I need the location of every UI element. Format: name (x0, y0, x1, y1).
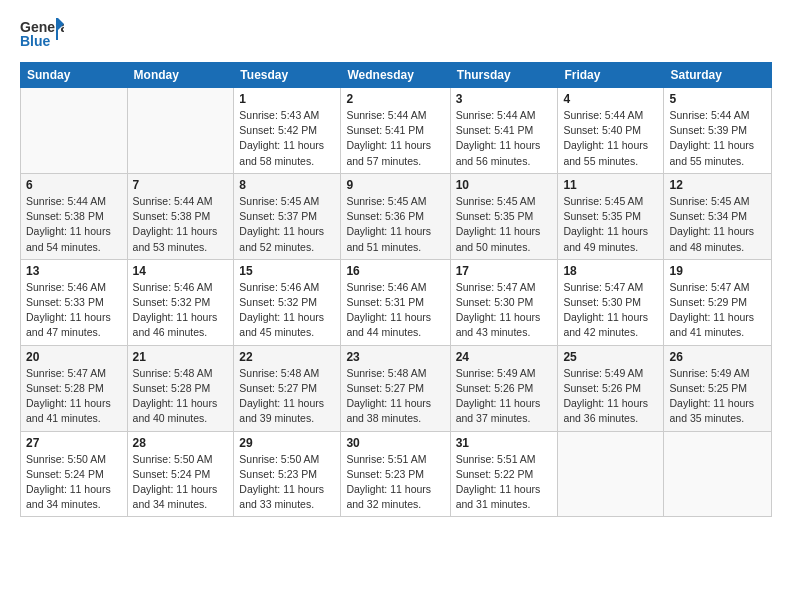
logo-icon: General Blue (20, 16, 64, 52)
svg-rect-3 (56, 18, 58, 40)
day-detail: Sunrise: 5:45 AM Sunset: 5:35 PM Dayligh… (563, 194, 658, 255)
day-detail: Sunrise: 5:44 AM Sunset: 5:38 PM Dayligh… (26, 194, 122, 255)
calendar-cell: 21Sunrise: 5:48 AM Sunset: 5:28 PM Dayli… (127, 345, 234, 431)
day-detail: Sunrise: 5:46 AM Sunset: 5:32 PM Dayligh… (239, 280, 335, 341)
calendar-cell: 6Sunrise: 5:44 AM Sunset: 5:38 PM Daylig… (21, 173, 128, 259)
day-number: 27 (26, 436, 122, 450)
calendar-cell: 22Sunrise: 5:48 AM Sunset: 5:27 PM Dayli… (234, 345, 341, 431)
day-detail: Sunrise: 5:47 AM Sunset: 5:28 PM Dayligh… (26, 366, 122, 427)
calendar-cell: 15Sunrise: 5:46 AM Sunset: 5:32 PM Dayli… (234, 259, 341, 345)
day-detail: Sunrise: 5:50 AM Sunset: 5:24 PM Dayligh… (26, 452, 122, 513)
day-number: 1 (239, 92, 335, 106)
calendar-cell: 14Sunrise: 5:46 AM Sunset: 5:32 PM Dayli… (127, 259, 234, 345)
day-number: 14 (133, 264, 229, 278)
calendar-cell: 26Sunrise: 5:49 AM Sunset: 5:25 PM Dayli… (664, 345, 772, 431)
calendar-body: 1Sunrise: 5:43 AM Sunset: 5:42 PM Daylig… (21, 88, 772, 517)
weekday-header-sunday: Sunday (21, 63, 128, 88)
calendar-cell: 23Sunrise: 5:48 AM Sunset: 5:27 PM Dayli… (341, 345, 450, 431)
day-detail: Sunrise: 5:44 AM Sunset: 5:41 PM Dayligh… (346, 108, 444, 169)
day-number: 3 (456, 92, 553, 106)
day-number: 29 (239, 436, 335, 450)
day-number: 18 (563, 264, 658, 278)
day-detail: Sunrise: 5:46 AM Sunset: 5:32 PM Dayligh… (133, 280, 229, 341)
calendar-cell: 11Sunrise: 5:45 AM Sunset: 5:35 PM Dayli… (558, 173, 664, 259)
logo: General Blue (20, 16, 64, 52)
day-detail: Sunrise: 5:51 AM Sunset: 5:23 PM Dayligh… (346, 452, 444, 513)
calendar-cell: 28Sunrise: 5:50 AM Sunset: 5:24 PM Dayli… (127, 431, 234, 517)
weekday-header-wednesday: Wednesday (341, 63, 450, 88)
day-number: 23 (346, 350, 444, 364)
day-number: 26 (669, 350, 766, 364)
week-row-3: 13Sunrise: 5:46 AM Sunset: 5:33 PM Dayli… (21, 259, 772, 345)
page: General Blue SundayMondayTuesdayWednesda… (0, 0, 792, 612)
day-number: 6 (26, 178, 122, 192)
week-row-1: 1Sunrise: 5:43 AM Sunset: 5:42 PM Daylig… (21, 88, 772, 174)
day-detail: Sunrise: 5:45 AM Sunset: 5:34 PM Dayligh… (669, 194, 766, 255)
calendar-cell (127, 88, 234, 174)
calendar-cell: 17Sunrise: 5:47 AM Sunset: 5:30 PM Dayli… (450, 259, 558, 345)
day-detail: Sunrise: 5:49 AM Sunset: 5:26 PM Dayligh… (563, 366, 658, 427)
calendar-cell: 10Sunrise: 5:45 AM Sunset: 5:35 PM Dayli… (450, 173, 558, 259)
day-number: 5 (669, 92, 766, 106)
day-number: 11 (563, 178, 658, 192)
day-number: 24 (456, 350, 553, 364)
day-detail: Sunrise: 5:44 AM Sunset: 5:40 PM Dayligh… (563, 108, 658, 169)
day-detail: Sunrise: 5:45 AM Sunset: 5:37 PM Dayligh… (239, 194, 335, 255)
day-number: 4 (563, 92, 658, 106)
day-detail: Sunrise: 5:49 AM Sunset: 5:25 PM Dayligh… (669, 366, 766, 427)
day-number: 22 (239, 350, 335, 364)
header: General Blue (20, 16, 772, 52)
day-number: 13 (26, 264, 122, 278)
calendar-cell: 27Sunrise: 5:50 AM Sunset: 5:24 PM Dayli… (21, 431, 128, 517)
day-number: 17 (456, 264, 553, 278)
day-detail: Sunrise: 5:47 AM Sunset: 5:30 PM Dayligh… (456, 280, 553, 341)
day-detail: Sunrise: 5:45 AM Sunset: 5:35 PM Dayligh… (456, 194, 553, 255)
day-detail: Sunrise: 5:48 AM Sunset: 5:27 PM Dayligh… (239, 366, 335, 427)
weekday-header-row: SundayMondayTuesdayWednesdayThursdayFrid… (21, 63, 772, 88)
day-detail: Sunrise: 5:49 AM Sunset: 5:26 PM Dayligh… (456, 366, 553, 427)
day-number: 7 (133, 178, 229, 192)
week-row-4: 20Sunrise: 5:47 AM Sunset: 5:28 PM Dayli… (21, 345, 772, 431)
calendar-cell: 8Sunrise: 5:45 AM Sunset: 5:37 PM Daylig… (234, 173, 341, 259)
calendar-table: SundayMondayTuesdayWednesdayThursdayFrid… (20, 62, 772, 517)
day-number: 20 (26, 350, 122, 364)
day-number: 10 (456, 178, 553, 192)
calendar-cell (21, 88, 128, 174)
day-detail: Sunrise: 5:48 AM Sunset: 5:27 PM Dayligh… (346, 366, 444, 427)
calendar-cell: 24Sunrise: 5:49 AM Sunset: 5:26 PM Dayli… (450, 345, 558, 431)
day-number: 12 (669, 178, 766, 192)
day-detail: Sunrise: 5:45 AM Sunset: 5:36 PM Dayligh… (346, 194, 444, 255)
day-detail: Sunrise: 5:47 AM Sunset: 5:30 PM Dayligh… (563, 280, 658, 341)
day-number: 2 (346, 92, 444, 106)
calendar-cell: 31Sunrise: 5:51 AM Sunset: 5:22 PM Dayli… (450, 431, 558, 517)
calendar-cell: 30Sunrise: 5:51 AM Sunset: 5:23 PM Dayli… (341, 431, 450, 517)
svg-text:Blue: Blue (20, 33, 51, 49)
calendar-cell: 29Sunrise: 5:50 AM Sunset: 5:23 PM Dayli… (234, 431, 341, 517)
day-number: 21 (133, 350, 229, 364)
calendar-cell: 2Sunrise: 5:44 AM Sunset: 5:41 PM Daylig… (341, 88, 450, 174)
weekday-header-monday: Monday (127, 63, 234, 88)
day-detail: Sunrise: 5:51 AM Sunset: 5:22 PM Dayligh… (456, 452, 553, 513)
day-detail: Sunrise: 5:50 AM Sunset: 5:23 PM Dayligh… (239, 452, 335, 513)
day-number: 9 (346, 178, 444, 192)
weekday-header-saturday: Saturday (664, 63, 772, 88)
day-number: 16 (346, 264, 444, 278)
calendar-cell: 12Sunrise: 5:45 AM Sunset: 5:34 PM Dayli… (664, 173, 772, 259)
calendar-cell (558, 431, 664, 517)
calendar-cell: 1Sunrise: 5:43 AM Sunset: 5:42 PM Daylig… (234, 88, 341, 174)
day-detail: Sunrise: 5:44 AM Sunset: 5:38 PM Dayligh… (133, 194, 229, 255)
calendar-cell: 25Sunrise: 5:49 AM Sunset: 5:26 PM Dayli… (558, 345, 664, 431)
day-detail: Sunrise: 5:44 AM Sunset: 5:41 PM Dayligh… (456, 108, 553, 169)
calendar-cell: 3Sunrise: 5:44 AM Sunset: 5:41 PM Daylig… (450, 88, 558, 174)
calendar-cell: 20Sunrise: 5:47 AM Sunset: 5:28 PM Dayli… (21, 345, 128, 431)
weekday-header-thursday: Thursday (450, 63, 558, 88)
day-number: 25 (563, 350, 658, 364)
day-detail: Sunrise: 5:46 AM Sunset: 5:31 PM Dayligh… (346, 280, 444, 341)
day-detail: Sunrise: 5:43 AM Sunset: 5:42 PM Dayligh… (239, 108, 335, 169)
day-detail: Sunrise: 5:44 AM Sunset: 5:39 PM Dayligh… (669, 108, 766, 169)
day-detail: Sunrise: 5:50 AM Sunset: 5:24 PM Dayligh… (133, 452, 229, 513)
calendar-cell: 13Sunrise: 5:46 AM Sunset: 5:33 PM Dayli… (21, 259, 128, 345)
calendar-cell: 9Sunrise: 5:45 AM Sunset: 5:36 PM Daylig… (341, 173, 450, 259)
day-detail: Sunrise: 5:47 AM Sunset: 5:29 PM Dayligh… (669, 280, 766, 341)
day-detail: Sunrise: 5:46 AM Sunset: 5:33 PM Dayligh… (26, 280, 122, 341)
